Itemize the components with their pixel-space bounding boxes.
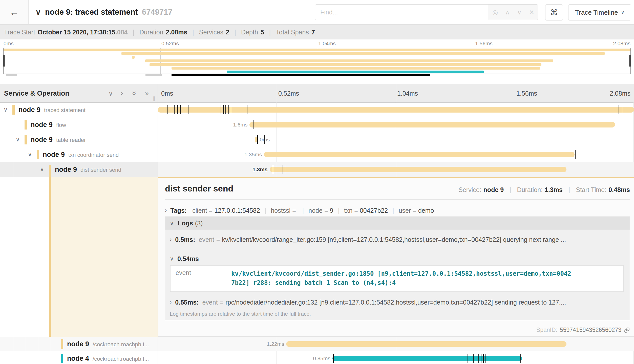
span-row-label-cell[interactable]: ∨node 9txn coordinator send <box>0 147 158 162</box>
span-row-label-cell[interactable]: node 4/cockroach.roachpb.I... <box>0 351 158 364</box>
timeline-header-row: Service & Operation ∨ › » » ∥ 0ms 0.52ms… <box>0 84 634 103</box>
minimap-scroll-notch[interactable] <box>6 74 17 76</box>
span-row-timeline-cell[interactable]: 0.85ms <box>158 351 634 364</box>
span-name: node 9dist sender send <box>55 166 157 174</box>
span-bar[interactable] <box>332 356 522 361</box>
next-match-icon[interactable]: ∨ <box>517 9 522 16</box>
expand-one-level-icon[interactable]: ∨ <box>108 89 113 97</box>
collapse-all-icon[interactable]: » <box>145 89 149 98</box>
span-row[interactable]: ∨node 9txn coordinator send1.35ms <box>0 147 634 162</box>
span-row-label-cell[interactable]: node 9flow <box>0 117 158 132</box>
keyboard-shortcuts-button[interactable]: ⌘ <box>545 4 563 20</box>
minimap-scrubber-right[interactable] <box>629 55 631 67</box>
span-row-timeline-cell[interactable]: 0ms <box>158 132 634 147</box>
log-event-tick <box>286 165 286 174</box>
span-row[interactable]: ∨node 9table reader0ms <box>0 132 634 147</box>
span-row-label-cell[interactable]: ∨node 9dist sender send <box>0 162 158 177</box>
log-event-tick <box>481 354 481 363</box>
tag-value: 127.0.0.1:54582 <box>214 207 260 214</box>
log-entry-collapsed[interactable]: › 0.55ms: event = rpc/nodedialer/nodedia… <box>165 297 630 308</box>
span-row[interactable]: ∨node 9traced statement <box>0 102 634 117</box>
prev-match-icon[interactable]: ∧ <box>505 9 510 16</box>
trace-view-dropdown[interactable]: Trace Timeline ∨ <box>568 4 631 20</box>
tags-row[interactable]: › Tags: client=127.0.0.1:54582 | hostssl… <box>165 205 434 216</box>
expand-chevron-icon[interactable]: ∨ <box>28 151 32 158</box>
find-input[interactable] <box>315 5 489 20</box>
minimap-scroll-notch[interactable] <box>145 74 162 76</box>
span-row-timeline-cell[interactable]: 1.3ms <box>158 162 634 177</box>
span-row-label-cell[interactable]: node 9/cockroach.roachpb.I... <box>0 337 158 351</box>
service-name: node 9 <box>43 151 65 158</box>
span-row-label-cell[interactable]: ∨node 9table reader <box>0 132 158 147</box>
minimap-tick-2: 1.04ms <box>318 40 336 47</box>
log-entry-expanded-header[interactable]: ∨ 0.54ms <box>165 253 630 264</box>
divider: | <box>510 186 511 193</box>
tag-key: hostssl <box>271 207 290 214</box>
match-target-icon[interactable]: ◎ <box>492 9 498 16</box>
operation-name: dist sender send <box>80 167 121 173</box>
span-row[interactable]: node 4/cockroach.roachpb.I...0.85ms <box>0 351 634 364</box>
expand-chevron-icon[interactable]: ∨ <box>40 166 44 173</box>
log-entry-collapsed[interactable]: › 0.5ms: event = kv/kvclient/kvcoord/ran… <box>165 234 630 245</box>
selected-span-color-bar <box>49 177 51 337</box>
operation-name: traced statement <box>44 107 86 113</box>
span-row[interactable]: node 9flow1.6ms <box>0 117 634 132</box>
collapse-one-level-icon[interactable]: › <box>120 88 123 97</box>
operation-name: txn coordinator send <box>68 152 119 158</box>
span-row-timeline-cell[interactable]: 1.22ms <box>158 337 634 351</box>
span-bar[interactable] <box>264 152 575 157</box>
back-arrow-icon: ← <box>10 7 19 17</box>
tag-value: 00427b22 <box>360 207 388 214</box>
minimap-canvas[interactable] <box>3 48 631 74</box>
column-divider[interactable] <box>158 84 158 364</box>
collapse-header-chevron-icon[interactable]: ∨ <box>35 8 41 17</box>
services-value: 2 <box>226 29 229 36</box>
service-value: node 9 <box>483 186 504 193</box>
log-field-value-monospace: kv/kvclient/kvcoord/dist_sender.go:1850 … <box>231 269 574 287</box>
expand-chevron-icon[interactable]: ∨ <box>4 106 8 113</box>
minimap-scrollbar <box>3 74 631 76</box>
back-button[interactable]: ← <box>0 0 29 24</box>
minimap-scrubber-left[interactable] <box>3 55 5 67</box>
link-icon[interactable] <box>624 327 630 333</box>
axis-tick-4: 2.08ms <box>610 90 630 97</box>
span-duration-label: 1.6ms <box>233 122 247 128</box>
span-bar[interactable] <box>158 107 634 113</box>
minimap-span-bar <box>145 59 553 62</box>
divider: | <box>338 207 340 214</box>
log-event-tick <box>619 105 619 114</box>
column-resizer-grip[interactable]: ∥ <box>153 96 155 101</box>
span-bar[interactable] <box>270 167 566 172</box>
log-timestamp: 0.54ms <box>177 255 199 263</box>
span-bar[interactable] <box>286 341 566 347</box>
chevron-right-icon[interactable]: › <box>165 207 167 214</box>
indent-guide <box>14 177 14 337</box>
command-icon: ⌘ <box>550 8 558 17</box>
indent-guide <box>26 177 26 337</box>
span-row-label-cell[interactable]: ∨node 9traced statement <box>0 102 158 117</box>
span-row-timeline-cell[interactable]: 1.6ms <box>158 117 634 132</box>
indent-guide <box>14 337 14 351</box>
service-name: node 9 <box>67 340 89 348</box>
log-event-tick <box>174 105 175 114</box>
minimap-scroll-thumb[interactable] <box>172 74 430 76</box>
span-row-timeline-cell[interactable] <box>158 102 634 117</box>
span-row[interactable]: node 9/cockroach.roachpb.I...1.22ms <box>0 337 634 351</box>
log-event-tick <box>257 135 258 144</box>
expand-chevron-icon[interactable]: ∨ <box>16 136 20 143</box>
axis-tick-1: 0.52ms <box>278 90 299 97</box>
span-bar[interactable] <box>255 137 257 142</box>
span-name: node 4/cockroach.roachpb.I... <box>67 354 157 362</box>
span-bar[interactable] <box>249 122 615 127</box>
clear-find-icon[interactable]: ✕ <box>529 9 534 16</box>
minimap-tick-1: 0.52ms <box>161 40 179 47</box>
expand-all-icon[interactable]: » <box>130 91 139 95</box>
logs-header[interactable]: ∨ Logs (3) <box>165 217 630 230</box>
divider: | <box>235 29 236 36</box>
indent-guide <box>26 351 26 364</box>
timeline-header-left: Service & Operation ∨ › » » ∥ <box>0 84 158 102</box>
span-row[interactable]: ∨node 9dist sender send1.3ms <box>0 162 634 177</box>
service-name: node 9 <box>18 106 40 113</box>
service-label: Service: <box>458 186 481 193</box>
span-row-timeline-cell[interactable]: 1.35ms <box>158 147 634 162</box>
